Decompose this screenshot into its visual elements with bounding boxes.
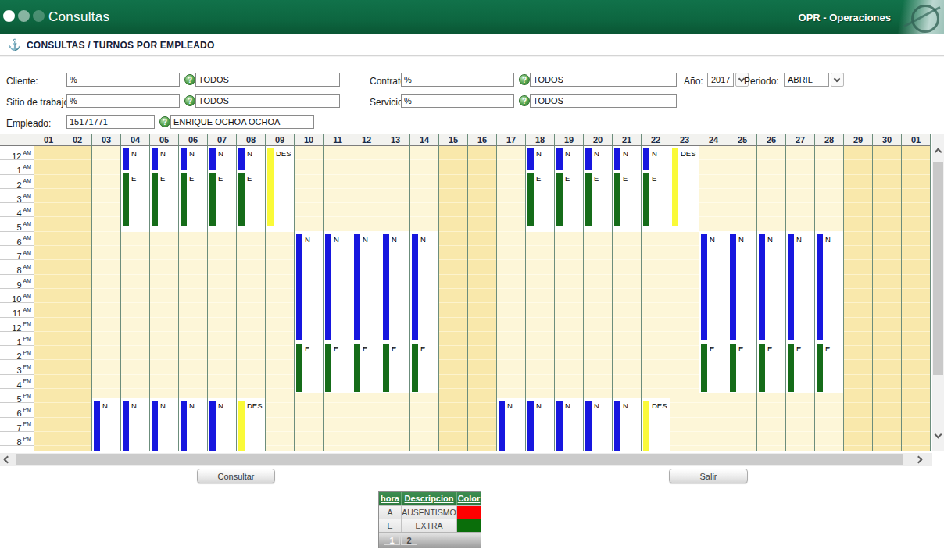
shift-label: E bbox=[652, 173, 656, 183]
day-column: 16 bbox=[468, 134, 497, 451]
contrato-desc-input[interactable] bbox=[530, 73, 677, 87]
day-column: 24NE bbox=[699, 134, 728, 451]
legend-code: E bbox=[379, 519, 402, 532]
day-column: 01 bbox=[34, 134, 63, 451]
empleado-help-icon[interactable]: ? bbox=[159, 116, 170, 127]
shift-bar-e bbox=[527, 173, 534, 226]
scroll-right-icon[interactable] bbox=[915, 456, 923, 464]
shift-bar-e bbox=[585, 173, 592, 226]
window-dots bbox=[3, 10, 45, 22]
empleado-code-input[interactable] bbox=[66, 115, 155, 129]
day-cells: N bbox=[92, 146, 120, 451]
shift-label: N bbox=[594, 401, 599, 410]
salir-button[interactable]: Salir bbox=[669, 469, 748, 483]
sitio-code-input[interactable] bbox=[66, 94, 180, 108]
shift-bar-e bbox=[181, 173, 187, 226]
consultar-button[interactable]: Consultar bbox=[197, 469, 275, 483]
day-cells: NE bbox=[728, 146, 756, 451]
shift-bar-e bbox=[296, 344, 302, 392]
shift-label: N bbox=[247, 148, 252, 158]
legend-sort-color[interactable]: Color bbox=[457, 492, 481, 505]
shift-bar-e bbox=[556, 173, 563, 226]
empleado-label: Empleado: bbox=[6, 118, 51, 129]
day-header: 30 bbox=[873, 134, 901, 146]
cliente-desc-input[interactable] bbox=[195, 73, 340, 87]
day-column: 12NE bbox=[352, 134, 381, 451]
servicio-code-input[interactable] bbox=[401, 94, 514, 108]
legend-code: A bbox=[379, 506, 402, 519]
shift-label: N bbox=[652, 148, 657, 158]
empleado-desc-input[interactable] bbox=[170, 115, 314, 129]
shift-bar-n bbox=[181, 401, 187, 451]
legend-description: EXTRA bbox=[402, 519, 457, 532]
shift-bar-e bbox=[152, 173, 158, 226]
window-dot-icon bbox=[18, 10, 30, 22]
day-cells: NEN bbox=[584, 146, 612, 451]
day-cells: NE bbox=[786, 146, 814, 451]
anio-select[interactable]: 2017 bbox=[707, 73, 749, 87]
window-dot-icon bbox=[3, 10, 15, 22]
shift-label: N bbox=[565, 148, 570, 158]
day-cells: N bbox=[497, 146, 525, 451]
servicio-desc-input[interactable] bbox=[530, 94, 677, 108]
day-header: 15 bbox=[439, 134, 467, 146]
day-header: 16 bbox=[468, 134, 496, 146]
time-label: 12PM bbox=[0, 318, 34, 332]
cliente-help-icon[interactable]: ? bbox=[184, 74, 195, 85]
shift-label: DES bbox=[652, 401, 667, 410]
shift-label: E bbox=[420, 344, 425, 353]
servicio-help-icon[interactable]: ? bbox=[519, 95, 530, 106]
sitio-desc-input[interactable] bbox=[195, 94, 340, 108]
shift-bar-n bbox=[701, 234, 707, 340]
shift-bar-e bbox=[817, 344, 823, 392]
horizontal-scrollbar[interactable] bbox=[0, 453, 932, 466]
shift-label: N bbox=[594, 148, 599, 158]
vertical-scroll-thumb[interactable] bbox=[933, 162, 943, 375]
shift-bar-n bbox=[296, 234, 302, 340]
day-cells bbox=[468, 146, 496, 451]
day-column: 27NE bbox=[786, 134, 815, 451]
scroll-down-icon[interactable] bbox=[935, 431, 942, 439]
cliente-code-input[interactable] bbox=[66, 73, 180, 87]
legend-page-1[interactable]: 1 bbox=[384, 535, 400, 545]
periodo-select[interactable]: ABRIL bbox=[784, 73, 844, 87]
periodo-dropdown-icon[interactable] bbox=[831, 73, 844, 87]
shift-bar-n bbox=[383, 234, 389, 340]
shift-bar-n bbox=[556, 401, 563, 451]
shift-bar-des bbox=[267, 148, 274, 226]
vertical-scrollbar[interactable] bbox=[932, 134, 944, 451]
legend-row: AAUSENTISMO bbox=[379, 505, 481, 519]
day-column: 04NEN bbox=[121, 134, 150, 451]
day-header: 21 bbox=[613, 134, 641, 146]
shift-bar-n bbox=[759, 234, 765, 340]
shift-bar-e bbox=[123, 173, 129, 226]
scroll-up-icon[interactable] bbox=[935, 148, 942, 156]
shift-bar-n bbox=[527, 148, 534, 170]
anchor-icon: ⚓ bbox=[8, 38, 21, 51]
day-cells bbox=[902, 146, 930, 451]
day-cells: NEN bbox=[208, 146, 236, 451]
contrato-help-icon[interactable]: ? bbox=[519, 74, 530, 85]
sitio-help-icon[interactable]: ? bbox=[184, 95, 195, 106]
legend-page-2[interactable]: 2 bbox=[401, 535, 417, 545]
time-label: 4PM bbox=[0, 375, 34, 389]
scroll-left-icon[interactable] bbox=[4, 456, 12, 464]
shift-bar-e bbox=[209, 173, 216, 226]
day-header: 12 bbox=[352, 134, 381, 146]
contrato-code-input[interactable] bbox=[401, 73, 514, 87]
horizontal-scroll-thumb[interactable] bbox=[16, 454, 903, 465]
day-cells bbox=[873, 146, 901, 451]
day-column: 10NE bbox=[295, 134, 324, 451]
legend-sort-hora[interactable]: hora bbox=[379, 492, 402, 505]
shift-bar-e bbox=[788, 344, 794, 392]
shift-label: N bbox=[710, 234, 715, 244]
day-column: 28NE bbox=[815, 134, 844, 451]
shift-label: E bbox=[363, 344, 367, 353]
day-column: 21NEN bbox=[613, 134, 642, 451]
day-column: 13NE bbox=[381, 134, 410, 451]
day-column: 30 bbox=[873, 134, 902, 451]
legend-sort-descripcion[interactable]: Descripcion bbox=[402, 492, 457, 505]
shift-label: E bbox=[131, 173, 136, 183]
shift-bar-n bbox=[585, 148, 592, 170]
day-header: 26 bbox=[757, 134, 785, 146]
